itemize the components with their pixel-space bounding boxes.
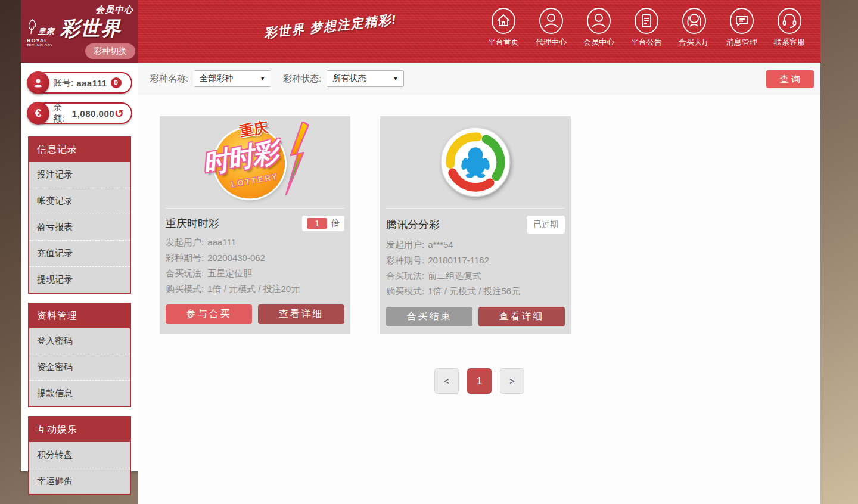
account-pill: 账号: aaa111 0: [34, 72, 132, 94]
chevron-down-icon: ▼: [393, 76, 398, 82]
multiplier-badge: 1 倍: [302, 216, 344, 231]
group-buy-card: 重庆 时时彩 LOTTERY: [160, 116, 350, 334]
account-username: aaa111: [76, 78, 107, 88]
refresh-balance-icon[interactable]: ↺: [114, 108, 124, 119]
sidebar-item-deposit-records[interactable]: 充值记录: [29, 241, 130, 267]
nav-label: 合买大厅: [679, 37, 710, 48]
home-icon: [490, 7, 517, 35]
multiplier-suffix: 倍: [331, 218, 340, 229]
field-label: 购买模式:: [386, 286, 424, 296]
balance-label: 余额:: [53, 102, 69, 125]
menu-section-entertainment: 互动娱乐 积分转盘 幸运砸蛋: [28, 416, 131, 495]
sidebar-item-login-password[interactable]: 登入密码: [29, 328, 130, 354]
leaf-icon: [27, 19, 37, 37]
multiplier-value: 1: [307, 218, 327, 229]
field-label: 发起用户:: [166, 237, 204, 247]
unread-badge: 0: [111, 77, 122, 88]
field-value: a***54: [428, 239, 453, 250]
nav-item-contact-service[interactable]: 联系客服: [766, 7, 813, 48]
sidebar: 账号: aaa111 0 € 余额: 1,080.000 ↺ 信息记录 投注记录…: [21, 63, 138, 471]
menu-section-title: 信息记录: [29, 138, 130, 162]
lottery-status-select[interactable]: 所有状态 ▼: [327, 70, 404, 87]
brand-title: 彩世界: [60, 15, 121, 42]
lottery-name-select[interactable]: 全部彩种 ▼: [194, 70, 271, 87]
field-value: 五星定位胆: [207, 268, 252, 278]
field-label: 彩种期号:: [166, 253, 204, 263]
field-value: aaa111: [207, 237, 236, 247]
field-label: 彩种期号:: [386, 255, 424, 265]
sidebar-menu: 信息记录 投注记录 帐变记录 盈亏报表 充值记录 提现记录 资料管理 登入密码 …: [21, 134, 138, 495]
sidebar-item-points-wheel[interactable]: 积分转盘: [29, 442, 130, 468]
euro-icon: €: [27, 102, 49, 125]
sidebar-item-withdrawal-records[interactable]: 提现记录: [29, 267, 130, 293]
chongqing-ssc-logo: 重庆 时时彩 LOTTERY: [166, 116, 344, 209]
card-field-issue: 彩种期号:20200430-062: [166, 250, 344, 266]
tencent-qq-logo: [386, 116, 565, 209]
card-title: 重庆时时彩: [166, 216, 219, 231]
field-value: 前二组选复式: [428, 270, 481, 281]
nav-label: 平台首页: [488, 37, 519, 48]
field-label: 购买模式:: [166, 284, 204, 294]
next-page-button[interactable]: >: [500, 368, 524, 394]
message-icon: [729, 7, 755, 35]
nav-item-message-management[interactable]: 消息管理: [718, 7, 766, 48]
chevron-down-icon: ▼: [260, 76, 265, 82]
sidebar-item-fund-password[interactable]: 资金密码: [29, 354, 130, 381]
sidebar-item-lucky-egg[interactable]: 幸运砸蛋: [29, 468, 130, 494]
card-field-initiator: 发起用户:aaa111: [166, 235, 344, 250]
main-content: 彩种名称: 全部彩种 ▼ 彩种状态: 所有状态 ▼ 查 询 重庆 时时彩: [138, 63, 820, 504]
sidebar-item-account-changes[interactable]: 帐变记录: [29, 188, 130, 214]
page: 皇家 ROYAL TECHNOLOGY 彩世界 会员中心 彩种切换 彩世界 梦想…: [0, 0, 858, 504]
notice-icon: [633, 7, 660, 35]
brand-en-line2: TECHNOLOGY: [27, 43, 63, 47]
selected-value: 所有状态: [332, 73, 366, 84]
brand-en-line1: ROYAL: [27, 38, 63, 43]
prev-page-button[interactable]: <: [434, 368, 459, 394]
sidebar-item-bet-records[interactable]: 投注记录: [29, 162, 130, 188]
group-buy-ended-button[interactable]: 合买结束: [386, 307, 472, 326]
menu-section-title: 资料管理: [29, 304, 130, 328]
group-buy-card: 腾讯分分彩 已过期 发起用户:a***54 彩种期号:20180117-1162…: [380, 116, 571, 334]
customer-service-icon: [776, 7, 803, 35]
field-value: 1倍 / 元模式 / 投注56元: [428, 286, 520, 296]
nav-label: 代理中心: [536, 37, 567, 48]
card-title: 腾讯分分彩: [386, 217, 440, 232]
balance-value: 1,080.000: [72, 108, 114, 119]
sidebar-item-withdrawal-info[interactable]: 提款信息: [29, 381, 130, 406]
group-buy-icon: [681, 7, 707, 35]
card-field-mode: 购买模式:1倍 / 元模式 / 投注20元: [166, 281, 344, 297]
logo-block: 皇家 ROYAL TECHNOLOGY 彩世界 会员中心 彩种切换: [21, 0, 138, 63]
nav-label: 消息管理: [726, 37, 757, 48]
nav-item-group-buy-hall[interactable]: 合买大厅: [670, 7, 718, 48]
field-value: 20180117-1162: [428, 255, 489, 265]
view-details-button[interactable]: 查看详细: [258, 304, 344, 324]
card-field-initiator: 发起用户:a***54: [386, 237, 565, 253]
rainbow-bolt-icon: [282, 121, 319, 200]
brand-subtitle: 会员中心: [95, 4, 133, 15]
lottery-switch-button[interactable]: 彩种切换: [85, 43, 135, 59]
nav-item-platform-notice[interactable]: 平台公告: [623, 7, 670, 48]
search-button[interactable]: 查 询: [766, 70, 814, 88]
top-nav: 平台首页 代理中心: [480, 7, 813, 48]
card-field-playtype: 合买玩法:五星定位胆: [166, 266, 344, 281]
menu-section-records: 信息记录 投注记录 帐变记录 盈亏报表 充值记录 提现记录: [28, 136, 131, 294]
header-slogan: 彩世界 梦想注定精彩!: [263, 11, 398, 41]
view-details-button[interactable]: 查看详细: [478, 307, 565, 326]
sidebar-item-profit-loss-report[interactable]: 盈亏报表: [29, 214, 130, 241]
agent-icon: [538, 7, 564, 35]
menu-section-title: 互动娱乐: [29, 418, 130, 442]
field-label: 发起用户:: [386, 239, 424, 250]
member-icon: [586, 7, 612, 35]
selected-value: 全部彩种: [200, 73, 233, 84]
current-page-button[interactable]: 1: [467, 368, 492, 394]
field-label: 合买玩法:: [166, 268, 204, 278]
brand-cn-small: 皇家: [38, 26, 55, 37]
nav-item-platform-home[interactable]: 平台首页: [480, 7, 527, 48]
account-label: 账号:: [53, 77, 73, 89]
nav-item-agent-center[interactable]: 代理中心: [527, 7, 575, 48]
nav-label: 会员中心: [583, 37, 614, 48]
join-group-buy-button[interactable]: 参与合买: [166, 304, 252, 324]
pagination: < 1 >: [138, 368, 820, 394]
nav-item-member-center[interactable]: 会员中心: [575, 7, 623, 48]
balance-pill: € 余额: 1,080.000 ↺: [34, 102, 132, 124]
